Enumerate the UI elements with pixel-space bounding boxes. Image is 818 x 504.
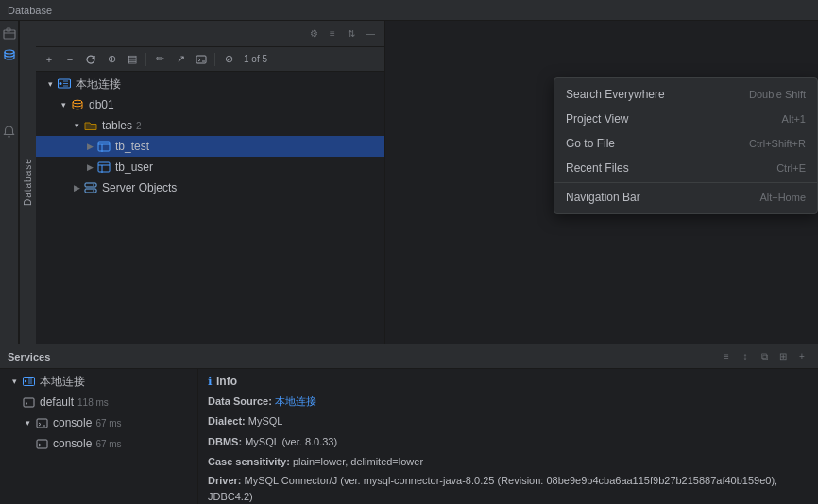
bp-add-btn[interactable]: + [793, 348, 810, 365]
svc-arrow-connection: ▾ [8, 375, 21, 388]
sort-action-btn[interactable]: ⇅ [343, 25, 360, 42]
info-driver-key: Driver: [208, 475, 241, 486]
server-objects-label: Server Objects [102, 181, 177, 194]
qa-label-goto: Go to File [566, 137, 615, 150]
svc-conn-label: 本地连接 [40, 374, 85, 390]
qa-shortcut-search: Double Shift [749, 89, 806, 100]
settings-action-btn[interactable]: ⚙ [305, 25, 322, 42]
tree-arrow-tbtest: ▶ [83, 140, 96, 153]
svc-default-time: 118 ms [77, 397, 109, 408]
svg-rect-10 [85, 189, 96, 193]
svg-point-11 [93, 184, 94, 186]
layout-action-btn[interactable]: ≡ [324, 25, 341, 42]
sidebar-icon-database[interactable] [0, 45, 19, 64]
toolbar-jump-btn[interactable]: ↗ [171, 50, 190, 69]
toolbar-edit-btn[interactable]: ✏ [150, 50, 169, 69]
tree-tables[interactable]: ▾ tables 2 [36, 115, 384, 136]
toolbar-console-btn[interactable] [192, 50, 211, 69]
tree-arrow-server: ▶ [70, 181, 83, 194]
toolbar-refresh-btn[interactable] [81, 50, 100, 69]
bottom-panel-actions: ≡ ↕ ⧉ ⊞ + [718, 348, 810, 365]
tree-arrow-db: ▾ [57, 98, 70, 111]
svc-icon-console-child [34, 436, 49, 451]
info-datasource-value: 本地连接 [275, 395, 316, 407]
server-icon [83, 180, 98, 195]
db-icon [70, 97, 85, 112]
tree-tb-test[interactable]: ▶ tb_test [36, 136, 384, 157]
toolbar-properties-btn[interactable]: ⊕ [102, 50, 121, 69]
qa-recent-files[interactable]: Recent Files Ctrl+E [554, 156, 817, 180]
qa-go-to-file[interactable]: Go to File Ctrl+Shift+R [554, 131, 817, 156]
connection-icon [57, 76, 72, 92]
svc-connection[interactable]: ▾ 本地连接 [0, 371, 197, 392]
sidebar-icons [0, 21, 19, 344]
svg-rect-15 [24, 398, 34, 407]
svc-default-label: default [40, 395, 74, 409]
info-dialect-value: MySQL [248, 415, 283, 427]
svg-point-5 [60, 82, 62, 85]
quick-action-divider [554, 182, 817, 183]
svg-point-14 [24, 379, 26, 381]
info-dialect-row: Dialect: MySQL [208, 413, 809, 429]
connection-label: 本地连接 [76, 76, 121, 92]
db-vert-label: Database [19, 21, 36, 344]
toolbar-remove-btn[interactable]: − [60, 50, 79, 69]
bp-split-btn[interactable]: ⧉ [756, 348, 773, 365]
db01-label: db01 [89, 98, 114, 111]
svc-console-child[interactable]: console 67 ms [0, 433, 197, 454]
toolbar-filter-btn[interactable]: ⊘ [219, 50, 238, 69]
qa-project-view[interactable]: Project View Alt+1 [554, 107, 817, 131]
db-toolbar: + − ⊕ ▤ ✏ ↗ ⊘ 1 of 5 [36, 47, 384, 72]
tree-arrow-tables: ▾ [70, 119, 83, 132]
toolbar-add-btn[interactable]: + [40, 50, 59, 69]
qa-label-search: Search Everywhere [566, 88, 665, 101]
info-datasource-row: Data Source: 本地连接 [208, 394, 809, 410]
svg-rect-3 [196, 56, 206, 63]
info-dialect-key: Dialect: [208, 415, 246, 427]
tree-connection[interactable]: ▾ 本地连接 [36, 74, 384, 94]
svg-rect-7 [98, 142, 110, 151]
info-dbms-row: DBMS: MySQL (ver. 8.0.33) [208, 434, 809, 450]
info-header: ℹ Info [208, 375, 809, 388]
main-area: Database ⚙ ≡ ⇅ — + − ⊕ ▤ ✏ [0, 21, 818, 344]
toolbar-view-btn[interactable]: ▤ [123, 50, 142, 69]
bp-expand-btn[interactable]: ↕ [737, 348, 754, 365]
svc-default[interactable]: default 118 ms [0, 392, 197, 412]
svg-rect-16 [37, 419, 47, 428]
tree-db01[interactable]: ▾ db01 [36, 94, 384, 115]
info-case-value: plain=lower, delimited=lower [293, 456, 423, 467]
svc-console-parent-time: 67 ms [95, 418, 121, 428]
svg-rect-8 [98, 162, 110, 172]
bp-list-btn[interactable]: ≡ [718, 348, 735, 365]
bottom-panel-title: Services [8, 351, 50, 362]
db-tree: ▾ 本地连接 ▾ [36, 72, 384, 344]
tables-badge: 2 [136, 121, 142, 131]
bp-group-btn[interactable]: ⊞ [775, 348, 792, 365]
svc-icon-default [21, 395, 36, 410]
db-panel-actions: ⚙ ≡ ⇅ — [305, 25, 379, 42]
services-tree: ▾ 本地连接 d [0, 369, 198, 504]
qa-shortcut-nav: Alt+Home [759, 192, 806, 203]
table-icon-tbuser [96, 160, 111, 175]
qa-shortcut-recent: Ctrl+E [776, 162, 806, 174]
db-panel-header: ⚙ ≡ ⇅ — [36, 21, 384, 47]
bottom-panel: Services ≡ ↕ ⧉ ⊞ + ▾ 本地连接 [0, 344, 818, 504]
tree-tb-user[interactable]: ▶ tb_user [36, 157, 384, 177]
folder-icon [83, 118, 98, 133]
close-action-btn[interactable]: — [362, 25, 379, 42]
sidebar-icon-notifications[interactable] [0, 123, 19, 142]
svc-console-parent[interactable]: ▾ console 67 ms [0, 412, 197, 433]
qa-nav-bar[interactable]: Navigation Bar Alt+Home [554, 185, 817, 210]
sidebar-icon-project[interactable] [0, 25, 19, 43]
qa-search-everywhere[interactable]: Search Everywhere Double Shift [554, 82, 817, 107]
db-panel: ⚙ ≡ ⇅ — + − ⊕ ▤ ✏ ↗ [36, 21, 385, 344]
qa-label-nav: Navigation Bar [566, 191, 640, 204]
svc-console-child-time: 67 ms [95, 439, 121, 449]
svg-point-2 [5, 50, 14, 54]
tree-server-objects[interactable]: ▶ Server Objects [36, 177, 384, 198]
qa-label-recent: Recent Files [566, 161, 629, 175]
svc-console-child-label: console [53, 437, 92, 450]
title-text: Database [8, 5, 52, 16]
svg-point-12 [93, 190, 94, 192]
svc-icon-console [34, 415, 49, 430]
